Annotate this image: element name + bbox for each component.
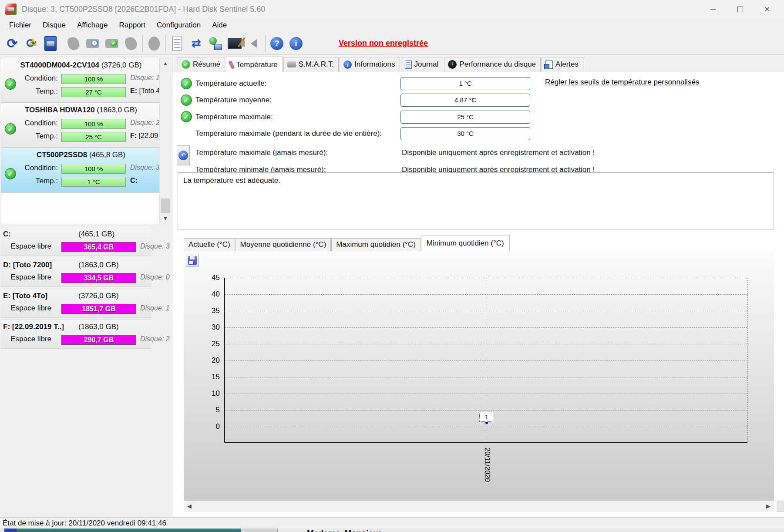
temperature-thresholds-link[interactable]: Régler les seuils de température personn… bbox=[545, 78, 699, 87]
floppy-disk-icon bbox=[188, 256, 197, 265]
condition-bar: 100 % bbox=[61, 74, 126, 84]
chart-tab-minimum[interactable]: Minimum quotidien (°C) bbox=[421, 236, 510, 251]
scan-disabled-button bbox=[64, 34, 83, 54]
sound-button[interactable] bbox=[244, 34, 263, 54]
chart-horizontal-scrollbar[interactable]: ◀ ▶ bbox=[184, 501, 774, 512]
report-icon bbox=[172, 37, 182, 51]
disk-item-st4000[interactable]: ST4000DM004-2CV104 (3726,0 GB) ✓ Conditi… bbox=[1, 58, 161, 103]
chart-tab-actuelle[interactable]: Actuelle (°C) bbox=[184, 238, 235, 251]
menu-aide[interactable]: Aide bbox=[206, 19, 232, 31]
free-space-label: Espace libre bbox=[1, 304, 51, 313]
chart-tab-maximum[interactable]: Maximum quotidien (°C) bbox=[331, 238, 421, 251]
main-content: ✓Résumé Température S.M.A.R.T. iInformat… bbox=[172, 55, 784, 517]
toolbar-separator bbox=[165, 35, 166, 52]
scroll-thumb[interactable] bbox=[161, 199, 170, 213]
y-tick: 10 bbox=[198, 389, 220, 398]
menu-bar: Fichier Disque Affichage Rapport Configu… bbox=[0, 18, 784, 32]
temp-max-never-value: Disponible uniquement après enregistreme… bbox=[402, 146, 595, 159]
free-space-label: Espace libre bbox=[1, 335, 51, 343]
temp-average-bar: 4,87 °C bbox=[400, 94, 530, 107]
tab-informations[interactable]: iInformations bbox=[340, 57, 400, 72]
disk-clock-icon: 🕐 bbox=[86, 39, 99, 48]
volume-item-f[interactable]: F: [22.09.2019 T..] (1863,0 GB) Espace l… bbox=[1, 320, 151, 349]
free-space-bar: 334,5 GB bbox=[61, 273, 136, 283]
save-chart-button[interactable] bbox=[186, 254, 199, 267]
drive-letter: E: [Toto 4 bbox=[130, 87, 161, 95]
temp-bar: 1 °C bbox=[61, 177, 126, 187]
scroll-up-icon[interactable]: ▲ bbox=[160, 58, 171, 69]
disk-list-scrollbar[interactable]: ▲ ▼ bbox=[159, 58, 171, 224]
chart-panel: 45 40 35 30 25 20 15 10 5 0 1 20/11/2020 bbox=[184, 251, 774, 501]
toolbar-separator bbox=[265, 35, 266, 52]
help-button[interactable]: ? bbox=[267, 34, 286, 54]
tab-performance[interactable]: Performance du disque bbox=[444, 57, 541, 72]
temp-max-lifetime-label: Température maximale (pendant la durée d… bbox=[195, 127, 382, 140]
scroll-down-icon[interactable]: ▼ bbox=[160, 213, 171, 224]
question-icon: ? bbox=[270, 37, 283, 50]
menu-fichier[interactable]: Fichier bbox=[3, 19, 37, 31]
chart-tab-moyenne[interactable]: Moyenne quotidienne (°C) bbox=[236, 238, 331, 251]
temp-bar: 25 °C bbox=[61, 132, 126, 142]
menu-rapport[interactable]: Rapport bbox=[114, 19, 151, 31]
monitor-pen-icon bbox=[228, 38, 242, 49]
disk-item-ct500-selected[interactable]: CT500P2SSD8 (465,8 GB) ✓ Condition: 100 … bbox=[1, 148, 161, 193]
disk-test-ok-button[interactable]: ✓ bbox=[102, 34, 121, 54]
temp-label: Temp.: bbox=[1, 132, 58, 141]
volume-item-e[interactable]: E: [Toto 4To] (3726,0 GB) Espace libre 1… bbox=[1, 289, 151, 318]
network-button[interactable] bbox=[206, 34, 225, 54]
sidebar: ST4000DM004-2CV104 (3726,0 GB) ✓ Conditi… bbox=[0, 55, 172, 517]
background-blue-segment bbox=[4, 529, 17, 532]
info-icon: i bbox=[289, 37, 303, 50]
y-tick: 45 bbox=[198, 273, 220, 282]
history-undo-button[interactable]: ↶ bbox=[177, 145, 190, 165]
sync-mail-icon: ⇄ bbox=[192, 37, 201, 50]
temperature-chart-plot: 45 40 35 30 25 20 15 10 5 0 1 20/11/2020 bbox=[224, 278, 747, 443]
gauge-icon bbox=[448, 60, 457, 69]
information-icon: i bbox=[343, 61, 352, 69]
disk-name: TOSHIBA HDWA120 bbox=[25, 106, 95, 114]
free-space-label: Espace libre bbox=[1, 242, 51, 251]
minimize-button[interactable]: ─ bbox=[700, 0, 727, 18]
y-tick: 5 bbox=[198, 406, 220, 414]
volume-size: (1863,0 GB) bbox=[78, 323, 119, 331]
send-report-button[interactable]: ⇄ bbox=[187, 34, 206, 54]
refresh-button[interactable]: ⟳ bbox=[3, 34, 22, 54]
about-button[interactable]: i bbox=[286, 34, 306, 54]
disk-size: (1863,0 GB) bbox=[97, 106, 137, 114]
tab-resume[interactable]: ✓Résumé bbox=[178, 57, 225, 72]
scroll-right-icon[interactable]: ▶ bbox=[763, 501, 774, 512]
tab-smart[interactable]: S.M.A.R.T. bbox=[283, 57, 339, 72]
background-teal-segment bbox=[17, 529, 241, 532]
window-title: Disque: 3, CT500P2SSD8 [2026E2B01FDA] - … bbox=[22, 5, 265, 14]
tab-journal[interactable]: Journal bbox=[401, 57, 444, 72]
temp-max-lifetime-bar: 30 °C bbox=[400, 127, 530, 140]
y-tick: 0 bbox=[198, 422, 220, 431]
disk-test-schedule-button[interactable]: 🕐 bbox=[83, 34, 102, 54]
toolbar-separator bbox=[142, 35, 143, 52]
toolbar: ⟳ ⟳⚠ 🕐 ✓ ⇄ ? i Version non enregistrée bbox=[0, 32, 784, 55]
background-peek-text: Madame, Monsieur bbox=[307, 529, 381, 532]
maximize-button[interactable] bbox=[727, 0, 754, 18]
close-button[interactable]: ✕ bbox=[754, 0, 781, 18]
menu-configuration[interactable]: Configuration bbox=[151, 19, 206, 31]
background-gray-segment bbox=[241, 529, 278, 532]
temp-label: Temp.: bbox=[1, 87, 58, 96]
disk-item-toshiba[interactable]: TOSHIBA HDWA120 (1863,0 GB) ✓ Condition:… bbox=[1, 103, 161, 148]
unregistered-version-link[interactable]: Version non enregistrée bbox=[339, 39, 428, 48]
scan2-gray-icon bbox=[124, 36, 138, 51]
x-axis-date-label: 20/11/2020 bbox=[483, 448, 491, 482]
disk-list-panel: ST4000DM004-2CV104 (3726,0 GB) ✓ Conditi… bbox=[1, 58, 171, 224]
volume-item-c[interactable]: C: (465,1 GB) Espace libre 365,4 GB Disq… bbox=[1, 227, 151, 256]
disk-number: Disque: 2 bbox=[130, 119, 161, 127]
menu-affichage[interactable]: Affichage bbox=[71, 19, 114, 31]
disk-overview-button[interactable] bbox=[41, 34, 60, 54]
menu-disque[interactable]: Disque bbox=[37, 19, 71, 31]
volume-item-d[interactable]: D: [Toto 7200] (1863,0 GB) Espace libre … bbox=[1, 258, 151, 287]
free-space-bar: 365,4 GB bbox=[61, 242, 136, 252]
report-button[interactable] bbox=[168, 34, 187, 54]
analyse-warning-button[interactable]: ⟳⚠ bbox=[22, 34, 41, 54]
scroll-left-icon[interactable]: ◀ bbox=[184, 501, 195, 512]
tab-temperature[interactable]: Température bbox=[226, 57, 282, 72]
tab-alertes[interactable]: Alertes bbox=[542, 57, 583, 72]
scan-gray-icon bbox=[67, 36, 81, 51]
